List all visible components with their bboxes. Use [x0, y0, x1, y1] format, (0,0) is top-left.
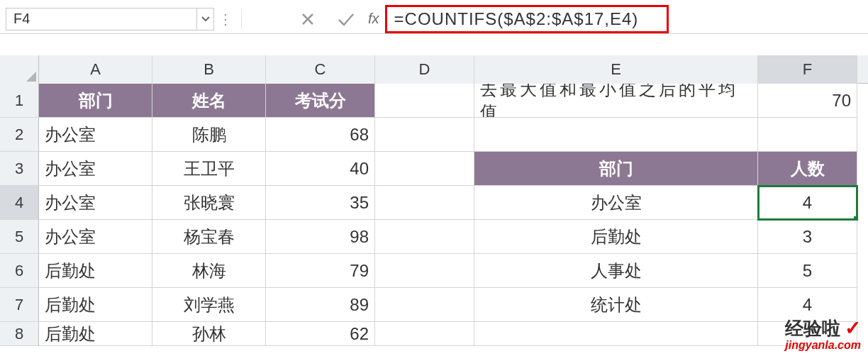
row-header-8[interactable]: 8: [0, 322, 39, 346]
separator: [241, 9, 242, 29]
cell-C6[interactable]: 79: [266, 254, 375, 288]
col-header-D[interactable]: D: [375, 55, 474, 84]
spreadsheet-grid: A B C D E F 1 部门 姓名 考试分 去最大值和最小值之后的平均值 7…: [0, 55, 868, 346]
cell-D1[interactable]: [375, 84, 474, 118]
formula-input[interactable]: =COUNTIFS($A$2:$A$17,E4): [385, 5, 669, 33]
select-all-corner[interactable]: [0, 55, 39, 84]
row-4: 4 办公室 张晓寰 35 办公室 4: [0, 186, 868, 220]
check-icon: ✓: [845, 318, 861, 340]
cell-E7[interactable]: 统计处: [474, 288, 758, 322]
cell-A7[interactable]: 后勤处: [39, 288, 152, 322]
cell-D6[interactable]: [375, 254, 474, 288]
cell-D4[interactable]: [375, 186, 474, 220]
watermark-text: 经验啦: [785, 318, 840, 339]
cell-E5[interactable]: 后勤处: [474, 220, 758, 254]
cell-A2[interactable]: 办公室: [39, 118, 152, 152]
name-box-dropdown[interactable]: [197, 8, 214, 30]
col-header-B[interactable]: B: [152, 55, 266, 84]
cell-D3[interactable]: [375, 152, 474, 186]
row-7: 7 后勤处 刘学燕 89 统计处 4: [0, 288, 868, 322]
cell-C7[interactable]: 89: [266, 288, 375, 322]
row-3: 3 办公室 王卫平 40 部门 人数: [0, 152, 868, 186]
more-icon: ⋮: [214, 11, 237, 28]
row-header-7[interactable]: 7: [0, 288, 39, 322]
cell-A6[interactable]: 后勤处: [39, 254, 152, 288]
enter-button[interactable]: [327, 8, 365, 30]
cell-C3[interactable]: 40: [266, 152, 375, 186]
cell-D5[interactable]: [375, 220, 474, 254]
cell-E3[interactable]: 部门: [474, 152, 758, 186]
name-box-wrap: F4: [6, 8, 214, 30]
cell-D7[interactable]: [375, 288, 474, 322]
col-header-C[interactable]: C: [266, 55, 375, 84]
cell-F4[interactable]: 4: [758, 186, 857, 220]
cell-E2[interactable]: [474, 118, 758, 152]
row-5: 5 办公室 杨宝春 98 后勤处 3: [0, 220, 868, 254]
x-icon: [300, 11, 316, 27]
chevron-down-icon: [201, 16, 210, 22]
cell-E8[interactable]: [474, 322, 758, 346]
row-header-4[interactable]: 4: [0, 186, 39, 220]
row-6: 6 后勤处 林海 79 人事处 5: [0, 254, 868, 288]
row-2: 2 办公室 陈鹏 68: [0, 118, 868, 152]
cell-A4[interactable]: 办公室: [39, 186, 152, 220]
cell-B3[interactable]: 王卫平: [152, 152, 266, 186]
row-8: 8 后勤处 孙林 62: [0, 322, 868, 346]
cell-F6[interactable]: 5: [758, 254, 857, 288]
cell-B5[interactable]: 杨宝春: [152, 220, 266, 254]
cell-F5[interactable]: 3: [758, 220, 857, 254]
row-header-6[interactable]: 6: [0, 254, 39, 288]
cell-F1[interactable]: 70: [758, 84, 857, 118]
row-header-5[interactable]: 5: [0, 220, 39, 254]
cell-A1[interactable]: 部门: [39, 84, 152, 118]
cell-B2[interactable]: 陈鹏: [152, 118, 266, 152]
col-header-A[interactable]: A: [39, 55, 152, 84]
cell-B7[interactable]: 刘学燕: [152, 288, 266, 322]
watermark: 经验啦 ✓ jingyanla.com: [785, 318, 861, 352]
cell-E6[interactable]: 人事处: [474, 254, 758, 288]
cancel-button[interactable]: [289, 8, 327, 30]
check-icon: [337, 11, 355, 27]
cell-C2[interactable]: 68: [266, 118, 375, 152]
cell-A3[interactable]: 办公室: [39, 152, 152, 186]
name-box[interactable]: F4: [6, 8, 197, 30]
cell-F2[interactable]: [758, 118, 857, 152]
row-header-3[interactable]: 3: [0, 152, 39, 186]
rows: 1 部门 姓名 考试分 去最大值和最小值之后的平均值 70 2 办公室 陈鹏 6…: [0, 84, 868, 346]
cell-E4[interactable]: 办公室: [474, 186, 758, 220]
cell-D2[interactable]: [375, 118, 474, 152]
cell-B6[interactable]: 林海: [152, 254, 266, 288]
cell-E1[interactable]: 去最大值和最小值之后的平均值: [474, 84, 758, 118]
watermark-url: jingyanla.com: [785, 339, 861, 352]
col-header-F[interactable]: F: [758, 55, 857, 84]
cell-C1[interactable]: 考试分: [266, 84, 375, 118]
cell-D8[interactable]: [375, 322, 474, 346]
cell-F3[interactable]: 人数: [758, 152, 857, 186]
cell-A8[interactable]: 后勤处: [39, 322, 152, 346]
cell-B4[interactable]: 张晓寰: [152, 186, 266, 220]
cell-A5[interactable]: 办公室: [39, 220, 152, 254]
row-1: 1 部门 姓名 考试分 去最大值和最小值之后的平均值 70: [0, 84, 868, 118]
row-header-1[interactable]: 1: [0, 84, 39, 118]
cell-B8[interactable]: 孙林: [152, 322, 266, 346]
col-header-E[interactable]: E: [474, 55, 758, 84]
cell-B1[interactable]: 姓名: [152, 84, 266, 118]
cell-C8[interactable]: 62: [266, 322, 375, 346]
row-header-2[interactable]: 2: [0, 118, 39, 152]
cell-C4[interactable]: 35: [266, 186, 375, 220]
column-headers: A B C D E F: [0, 55, 868, 84]
cell-C5[interactable]: 98: [266, 220, 375, 254]
formula-bar: F4 ⋮ fx =COUNTIFS($A$2:$A$17,E4): [0, 0, 868, 34]
